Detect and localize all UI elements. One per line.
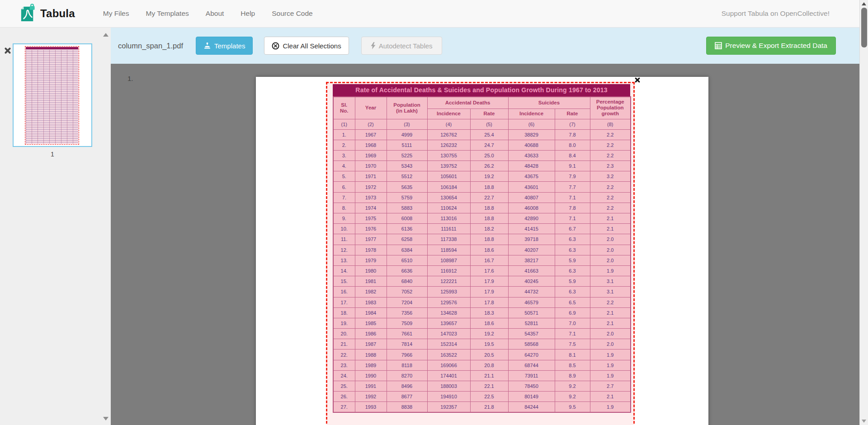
support-link[interactable]: Support Tabula on OpenCollective! [722, 9, 830, 18]
scrollbar-down-icon[interactable] [862, 420, 866, 423]
thumbnail-table-grid [26, 50, 78, 144]
sidebar-scroll-up-icon[interactable] [103, 33, 108, 37]
remove-page-icon[interactable] [4, 47, 11, 54]
pdf-page[interactable]: Rate of Accidental Deaths & Suicides and… [256, 77, 708, 425]
nav-links: My Files My Templates About Help Source … [103, 9, 313, 18]
scrollbar-thumb[interactable] [861, 8, 867, 47]
nav-link-my-files[interactable]: My Files [103, 9, 129, 18]
export-button-label: Preview & Export Extracted Data [725, 42, 827, 50]
brand-name: Tabula [40, 7, 75, 20]
clear-button-label: Clear All Selections [283, 42, 341, 50]
top-navbar: Tabula My Files My Templates About Help … [0, 0, 868, 28]
scrollbar-up-icon[interactable] [862, 2, 866, 5]
nav-link-about[interactable]: About [206, 9, 224, 18]
template-stamp-icon [203, 42, 211, 49]
autodetect-button-label: Autodetect Tables [379, 42, 433, 50]
table-selection-rect[interactable] [326, 82, 635, 425]
sidebar-scroll-down-icon[interactable] [103, 417, 108, 420]
pdf-canvas: 1. Rate of Accidental Deaths & Suicides … [111, 64, 859, 425]
page-thumbnail-sidebar: 1 [0, 28, 111, 425]
templates-button[interactable]: Templates [196, 37, 253, 55]
lightning-bolt-icon [371, 42, 376, 49]
page-thumbnail[interactable] [13, 43, 92, 147]
thumbnail-table-title-bar [26, 47, 78, 49]
nav-link-my-templates[interactable]: My Templates [146, 9, 189, 18]
autodetect-tables-button[interactable]: Autodetect Tables [361, 37, 442, 55]
thumbnail-selection-rect [25, 46, 79, 145]
preview-export-button[interactable]: Preview & Export Extracted Data [706, 37, 836, 55]
window-scrollbar [859, 0, 868, 425]
nav-link-source-code[interactable]: Source Code [272, 9, 312, 18]
document-filename: column_span_1.pdf [118, 42, 183, 50]
thumbnail-page-number: 1 [13, 151, 92, 158]
nav-link-help[interactable]: Help [241, 9, 255, 18]
circled-x-icon [272, 42, 279, 50]
document-toolbar: column_span_1.pdf Templates Clear All Se… [111, 28, 859, 64]
templates-button-label: Templates [214, 42, 245, 50]
brand-home-link[interactable]: Tabula [20, 3, 75, 24]
table-list-icon [715, 42, 722, 49]
page-index-label: 1. [127, 75, 133, 82]
tabula-logo-icon [20, 3, 35, 24]
clear-all-selections-button[interactable]: Clear All Selections [264, 37, 349, 55]
selection-close-icon[interactable] [634, 77, 641, 83]
